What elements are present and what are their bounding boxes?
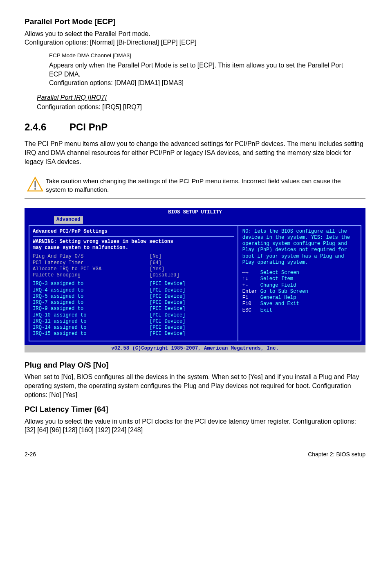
bios-key: +-	[242, 283, 260, 288]
bios-irq-value: [PCI Device]	[150, 319, 186, 325]
bios-key-line: ESC Exit	[242, 307, 357, 314]
text-pci-latency: Allows you to select the value in units …	[25, 417, 365, 435]
heading-ecp-mode: ECP Mode DMA Channel [DMA3]	[49, 52, 357, 59]
bios-irq-row[interactable]: IRQ-10 assigned to[PCI Device]	[33, 312, 234, 319]
bios-irq-value: [PCI Device]	[150, 287, 186, 294]
bios-irq-label: IRQ-5 assigned to	[33, 294, 150, 300]
page-number: 2-26	[25, 451, 36, 458]
bios-right-pane: NO: lets the BIOS configure all the devi…	[238, 225, 361, 341]
bios-key: ESC	[242, 307, 260, 313]
bios-setting-label: Palette Snooping	[33, 272, 150, 278]
text-ppm-line1: Allows you to select the Parallel Port m…	[25, 30, 150, 37]
bios-irq-value: [PCI Device]	[150, 294, 186, 300]
caution-icon	[25, 176, 46, 193]
bios-title: BIOS SETUP UTILITY	[25, 209, 365, 215]
bios-key-desc: Select Item	[260, 276, 293, 282]
bios-setting-value: [No]	[150, 254, 161, 260]
bios-key-desc: Select Screen	[260, 270, 299, 276]
bios-setting-value: [Disabled]	[150, 272, 179, 278]
bios-warning-line1: WARNING: Setting wrong values in below s…	[33, 239, 234, 245]
chapter-label: Chapter 2: BIOS setup	[308, 451, 365, 458]
text-ppm-line2: Configuration options: [Normal] [Bi-Dire…	[25, 39, 197, 46]
bios-footer: v02.58 (C)Copyright 1985-2007, American …	[25, 345, 365, 352]
bios-warning-line2: may cause system to malfunction.	[33, 245, 234, 251]
bios-irq-value: [PCI Device]	[150, 306, 186, 312]
bios-key-line: +- Change Field	[242, 283, 357, 289]
bios-irq-label: IRQ-9 assigned to	[33, 306, 150, 312]
bios-irq-row[interactable]: IRQ-14 assigned to[PCI Device]	[33, 325, 234, 331]
bios-setting-row[interactable]: Allocate IRQ to PCI VGA[Yes]	[33, 266, 234, 272]
bios-setting-value: [64]	[150, 260, 161, 266]
caution-row: Take caution when changing the settings …	[25, 172, 365, 199]
bios-setting-row[interactable]: Palette Snooping[Disabled]	[33, 272, 234, 278]
bios-heading: Advanced PCI/PnP Settings	[33, 229, 234, 235]
heading-parallel-port-mode: Parallel Port Mode [ECP]	[25, 16, 365, 27]
bios-irq-row[interactable]: IRQ-9 assigned to[PCI Device]	[33, 306, 234, 312]
bios-key: Enter	[242, 289, 260, 294]
bios-key-legend: ←→ Select Screen↑↓ Select Item+- Change …	[242, 270, 357, 314]
bios-setting-label: PCI Latency Timer	[33, 260, 150, 266]
bios-help-text: NO: lets the BIOS configure all the devi…	[242, 229, 357, 266]
heading-parallel-irq: Parallel Port IRQ [IRQ7]	[37, 93, 365, 102]
bios-left-pane: Advanced PCI/PnP Settings WARNING: Setti…	[29, 225, 238, 341]
svg-point-2	[34, 188, 36, 190]
bios-key-desc: Exit	[260, 307, 272, 313]
page-footer: 2-26 Chapter 2: BIOS setup	[25, 448, 365, 458]
text-pci-pnp-desc: The PCI PnP menu items allow you to chan…	[25, 139, 365, 166]
bios-key: F10	[242, 301, 260, 307]
bios-key-line: ←→ Select Screen	[242, 270, 357, 276]
text-parallel-irq-opts: Configuration options: [IRQ5] [IRQ7]	[37, 103, 365, 112]
block-parallel-irq: Parallel Port IRQ [IRQ7] Configuration o…	[37, 93, 365, 112]
bios-irq-label: IRQ-7 assigned to	[33, 300, 150, 306]
bios-irq-label: IRQ-11 assigned to	[33, 319, 150, 325]
heading-pci-latency: PCI Latency Timer [64]	[25, 404, 365, 415]
bios-irq-value: [PCI Device]	[150, 300, 186, 306]
bios-key-desc: Change Field	[260, 283, 296, 288]
bios-irq-row[interactable]: IRQ-5 assigned to[PCI Device]	[33, 294, 234, 300]
caution-text: Take caution when changing the settings …	[46, 176, 362, 194]
bios-setting-row[interactable]: Plug And Play O/S[No]	[33, 254, 234, 260]
bios-setting-label: Plug And Play O/S	[33, 254, 150, 260]
bios-key: ↑↓	[242, 276, 260, 282]
bios-key-line: Enter Go to Sub Screen	[242, 289, 357, 295]
bios-irq-row[interactable]: IRQ-4 assigned to[PCI Device]	[33, 287, 234, 294]
bios-irq-row[interactable]: IRQ-3 assigned to[PCI Device]	[33, 281, 234, 287]
bios-tab-advanced[interactable]: Advanced	[54, 216, 83, 223]
bios-irq-value: [PCI Device]	[150, 325, 186, 331]
bios-irq-label: IRQ-10 assigned to	[33, 312, 150, 319]
bios-irq-label: IRQ-4 assigned to	[33, 287, 150, 294]
bios-key-line: F10 Save and Exit	[242, 301, 357, 307]
bios-key-desc: Save and Exit	[260, 301, 299, 307]
text-plug-and-play: When set to [No], BIOS configures all th…	[25, 373, 365, 399]
bios-key-line: ↑↓ Select Item	[242, 276, 357, 282]
bios-irq-label: IRQ-3 assigned to	[33, 281, 150, 287]
text-ecp-opts: Configuration options: [DMA0] [DMA1] [DM…	[49, 79, 357, 88]
heading-number: 2.4.6	[25, 121, 69, 134]
bios-key: F1	[242, 295, 260, 301]
heading-title: PCI PnP	[69, 121, 108, 132]
bios-key-line: F1 General Help	[242, 295, 357, 301]
bios-key-desc: Go to Sub Screen	[260, 289, 308, 294]
bios-setting-row[interactable]: PCI Latency Timer[64]	[33, 260, 234, 266]
bios-setting-label: Allocate IRQ to PCI VGA	[33, 266, 150, 272]
bios-key: ←→	[242, 270, 260, 276]
bios-irq-label: IRQ-15 assigned to	[33, 331, 150, 337]
bios-irq-row[interactable]: IRQ-15 assigned to[PCI Device]	[33, 331, 234, 337]
bios-irq-value: [PCI Device]	[150, 312, 186, 319]
bios-irq-row[interactable]: IRQ-11 assigned to[PCI Device]	[33, 319, 234, 325]
bios-key-desc: General Help	[260, 295, 296, 301]
bios-irq-row[interactable]: IRQ-7 assigned to[PCI Device]	[33, 300, 234, 306]
bios-panel: BIOS SETUP UTILITY Advanced Advanced PCI…	[25, 208, 365, 352]
bios-irq-label: IRQ-14 assigned to	[33, 325, 150, 331]
bios-irq-value: [PCI Device]	[150, 331, 186, 337]
text-ecp-desc: Appears only when the Parallel Port Mode…	[49, 61, 357, 79]
bios-irq-value: [PCI Device]	[150, 281, 186, 287]
heading-pci-pnp: 2.4.6PCI PnP	[25, 121, 365, 134]
text-ppm-desc: Allows you to select the Parallel Port m…	[25, 29, 365, 47]
bios-setting-value: [Yes]	[150, 266, 165, 272]
heading-plug-and-play: Plug and Play O/S [No]	[25, 360, 365, 370]
block-ecp-mode: ECP Mode DMA Channel [DMA3] Appears only…	[49, 52, 357, 88]
